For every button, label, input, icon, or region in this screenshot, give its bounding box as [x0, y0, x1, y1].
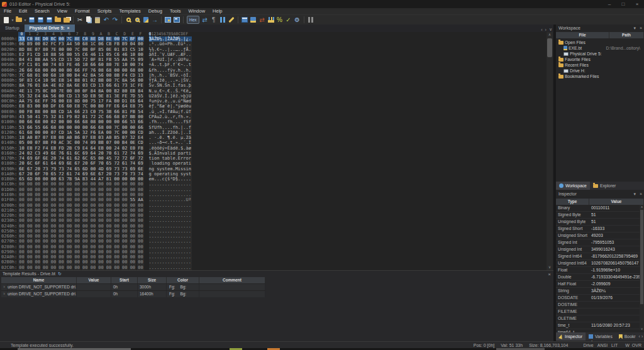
hex-byte[interactable]: 00	[18, 192, 25, 197]
hex-byte[interactable]: 00	[129, 254, 136, 260]
hex-byte[interactable]: 11	[26, 89, 33, 94]
hex-byte[interactable]: 00	[121, 265, 128, 270]
hex-byte[interactable]: 00	[66, 197, 73, 202]
hex-byte[interactable]: 02	[26, 151, 33, 156]
hex-byte[interactable]: 53	[129, 119, 136, 124]
hex-byte[interactable]: 00	[106, 119, 113, 124]
hex-byte[interactable]: 00	[89, 203, 96, 208]
hex-byte[interactable]: 00	[97, 218, 104, 223]
hex-byte[interactable]: B7	[34, 135, 41, 140]
hex-byte[interactable]: EB	[50, 135, 57, 140]
hex-byte[interactable]: FB	[113, 41, 120, 46]
vertical-scrollbar[interactable]: ∧ ∨	[547, 32, 553, 270]
hex-byte[interactable]: FB	[129, 109, 136, 114]
hex-byte[interactable]: 68	[34, 119, 41, 124]
hex-byte[interactable]: 69	[82, 172, 89, 177]
inspector-row-unsigned-byte[interactable]: Unsigned Byte51	[556, 219, 644, 226]
hex-byte[interactable]: 00	[26, 140, 33, 145]
hex-byte[interactable]: 81	[106, 94, 113, 99]
hex-byte[interactable]: 00	[74, 140, 80, 145]
hex-byte[interactable]: E6	[129, 99, 136, 104]
hex-byte[interactable]: 00	[18, 187, 25, 192]
inspector-row-unsigned-short[interactable]: Unsigned Short49203	[556, 232, 644, 239]
hex-byte[interactable]: 00	[50, 182, 57, 187]
hex-byte[interactable]: A0	[66, 135, 73, 140]
hex-byte[interactable]: 68	[50, 125, 57, 130]
hex-byte[interactable]: 00	[89, 244, 96, 249]
hex-byte[interactable]: 7C	[113, 78, 120, 83]
hex-byte[interactable]: 20	[34, 167, 41, 172]
ascii-cell[interactable]: &fh....fÿv.h..h.	[149, 68, 192, 73]
hex-byte[interactable]: FF	[82, 68, 89, 73]
hex-byte[interactable]: 75	[26, 99, 33, 104]
hex-byte[interactable]: 00	[89, 192, 96, 197]
hex-byte[interactable]: 83	[26, 78, 33, 83]
hex-byte[interactable]: 2C	[97, 114, 104, 119]
hex-byte[interactable]: 1A	[66, 130, 73, 135]
hex-byte[interactable]: 67	[18, 172, 25, 177]
hex-byte[interactable]: 00	[50, 68, 57, 73]
hex-editor[interactable]: 0123456789ABCDEF0123456789ABCDEF 0000h:3…	[0, 32, 556, 270]
hex-byte[interactable]: 00	[18, 260, 25, 265]
hex-byte[interactable]: 00	[113, 203, 120, 208]
hex-byte[interactable]: 00	[42, 119, 49, 124]
hex-byte[interactable]: 00	[34, 104, 41, 109]
hex-byte[interactable]: EB	[89, 94, 96, 99]
hex-byte[interactable]: 00	[89, 234, 96, 239]
hex-byte[interactable]: 00	[106, 254, 113, 260]
hex-byte[interactable]: 00	[34, 260, 41, 265]
scroll-up-icon[interactable]: ∧	[547, 32, 553, 38]
hex-byte[interactable]: 00	[113, 192, 120, 197]
hex-byte[interactable]: 72	[89, 114, 96, 119]
hex-byte[interactable]: 00	[113, 249, 120, 254]
hex-byte[interactable]: 00	[113, 177, 120, 182]
ascii-cell[interactable]: CPAu2.ù..r,fh.».	[149, 114, 192, 119]
ascii-cell[interactable]: ................	[149, 239, 192, 244]
scroll-down-icon[interactable]: ∨	[547, 265, 553, 270]
hex-byte[interactable]: 6C	[74, 151, 80, 156]
ascii-cell[interactable]: ÷Á..t.þF.f`€~..t	[149, 62, 192, 67]
hex-byte[interactable]: 8B	[113, 73, 120, 78]
hex-byte[interactable]: 6E	[74, 83, 80, 88]
hex-byte[interactable]: 00	[106, 89, 113, 94]
hex-byte[interactable]: 60	[66, 104, 73, 109]
hex-byte[interactable]: 00	[58, 197, 65, 202]
hex-byte[interactable]: 07	[106, 140, 113, 145]
hex-byte[interactable]: 68	[50, 73, 57, 78]
hex-byte[interactable]: FF	[106, 104, 113, 109]
hex-byte[interactable]: 00	[58, 125, 65, 130]
hex-byte[interactable]: 00	[121, 177, 128, 182]
hex-byte[interactable]: 00	[18, 208, 25, 213]
hex-byte[interactable]: 00	[26, 254, 33, 260]
hex-byte[interactable]: 00	[89, 260, 96, 265]
hex-byte[interactable]: 00	[137, 68, 144, 73]
save-all-icon[interactable]	[45, 16, 53, 25]
hex-byte[interactable]: 00	[66, 218, 73, 223]
hex-byte[interactable]: 74	[74, 172, 80, 177]
hex-byte[interactable]: A0	[106, 135, 113, 140]
menu-templates[interactable]: Templates	[116, 8, 145, 14]
hex-byte[interactable]: 00	[66, 213, 73, 218]
hex-byte[interactable]: 00	[137, 218, 144, 223]
hex-byte[interactable]: 00	[50, 203, 57, 208]
hex-byte[interactable]: 00	[121, 208, 128, 213]
menu-tools[interactable]: Tools	[166, 8, 185, 14]
hex-byte[interactable]: 03	[58, 62, 65, 67]
hex-byte[interactable]: B4	[121, 140, 128, 145]
hex-byte[interactable]: C5	[129, 47, 136, 52]
hex-byte[interactable]: 62	[74, 156, 80, 161]
hex-byte[interactable]: 3B	[106, 109, 113, 114]
hex-byte[interactable]: 72	[113, 156, 120, 161]
hex-byte[interactable]: 20	[97, 151, 104, 156]
hex-byte[interactable]: DF	[50, 104, 57, 109]
hex-byte[interactable]: 00	[34, 234, 41, 239]
hex-byte[interactable]: 68	[26, 73, 33, 78]
hex-byte[interactable]: 76	[58, 151, 65, 156]
hex-byte[interactable]: 65	[18, 177, 25, 182]
hex-byte[interactable]: C0	[82, 36, 89, 41]
hex-byte[interactable]: 5D	[74, 57, 80, 62]
hex-byte[interactable]: 00	[50, 208, 57, 213]
hex-byte[interactable]: 00	[26, 197, 33, 202]
hex-byte[interactable]: 00	[113, 254, 120, 260]
hex-byte[interactable]: 00	[66, 125, 73, 130]
